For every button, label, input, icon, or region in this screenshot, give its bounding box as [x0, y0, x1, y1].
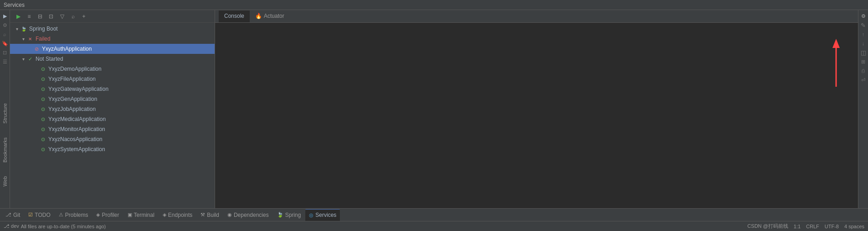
actuator-tab[interactable]: 🔥 Actuator: [250, 10, 290, 22]
status-git[interactable]: ⎇ dev: [4, 223, 19, 229]
problems-tab[interactable]: ⚠ Problems: [55, 209, 92, 221]
failed-chevron: [20, 36, 26, 42]
commit-sidebar-icon[interactable]: ⊡: [1, 48, 9, 57]
position-label[interactable]: 1:1: [794, 224, 801, 229]
wrap-icon[interactable]: ⏎: [859, 76, 868, 84]
print-icon[interactable]: ⎙: [859, 67, 868, 75]
failed-icon: ✕: [26, 35, 34, 42]
expand-right-icon[interactable]: ⊞: [859, 58, 868, 66]
csdn-label: CSDN @打码前线: [747, 223, 788, 230]
run-sidebar-icon[interactable]: ▶: [1, 12, 9, 20]
spring-tab[interactable]: 🍃 Spring: [273, 209, 305, 221]
todo-tab[interactable]: ☑ TODO: [25, 209, 54, 221]
utf-label[interactable]: UTF-8: [825, 224, 839, 229]
gen-app-icon: ⊙: [39, 95, 46, 103]
right-tabs-bar: Console 🔥 Actuator: [215, 10, 858, 23]
job-app-label: YxyzJobApplication: [48, 106, 96, 112]
services-tree[interactable]: 🍃 Spring Boot ✕ Failed ⊘ YxyzAuthApplica…: [10, 23, 215, 208]
services-toolbar: ▶ ≡ ⊟ ⊡ ▽ ⌕ +: [14, 12, 88, 21]
dependencies-tab[interactable]: ◉ Dependencies: [224, 209, 272, 221]
collapse-icon[interactable]: ◫: [859, 48, 868, 57]
move-up-icon[interactable]: ↑: [859, 30, 868, 38]
status-message: All files are up-to-date (5 minutes ago): [21, 224, 106, 229]
auth-app-item[interactable]: ⊘ YxyzAuthApplication: [10, 44, 215, 54]
system-app-label: YxyzSystemApplication: [48, 146, 105, 152]
failed-label: Failed: [36, 36, 51, 42]
monitor-app-label: YxyzMonitorApplication: [48, 126, 105, 132]
search-sidebar-icon[interactable]: ⌕: [1, 30, 9, 38]
services-header: ▶ ≡ ⊟ ⊡ ▽ ⌕ +: [10, 10, 215, 23]
console-tab-label: Console: [224, 13, 244, 19]
endpoints-tab-label: Endpoints: [168, 212, 192, 218]
crlf-label[interactable]: CRLF: [806, 224, 819, 229]
filter-button[interactable]: ▽: [57, 12, 67, 21]
svg-marker-1: [832, 39, 840, 48]
demo-app-item[interactable]: ⊙ YxyzDemoApplication: [10, 64, 215, 74]
gateway-app-icon: ⊙: [39, 85, 46, 93]
settings-sidebar-icon[interactable]: ⚙: [1, 21, 9, 29]
profiler-tab[interactable]: ◈ Profiler: [92, 209, 123, 221]
gear-settings-icon[interactable]: ⚙: [859, 12, 868, 20]
main-area: ▶ ⚙ ⌕ 🔖 ⊡ ☰ Structure Bookmarks Web ▶ ≡ …: [0, 10, 868, 208]
system-app-item[interactable]: ⊙ YxyzSystemApplication: [10, 144, 215, 154]
demo-app-icon: ⊙: [39, 65, 46, 73]
web-vertical-label[interactable]: Web: [2, 176, 8, 186]
gateway-app-item[interactable]: ⊙ YxyzGatewayApplication: [10, 84, 215, 94]
move-down-icon[interactable]: ↓: [859, 39, 868, 47]
bookmarks-vertical-label[interactable]: Bookmarks: [2, 137, 8, 163]
file-app-label: YxyzFileApplication: [48, 76, 96, 82]
indent-label[interactable]: 4 spaces: [844, 224, 864, 229]
structure-sidebar-icon[interactable]: ☰: [1, 58, 9, 66]
problems-tab-label: Problems: [65, 212, 88, 218]
expand-all-button[interactable]: ≡: [25, 12, 34, 21]
not-started-label: Not Started: [36, 56, 63, 62]
status-left: ⎇ dev All files are up-to-date (5 minute…: [4, 223, 106, 229]
title-bar: Services: [0, 0, 868, 10]
structure-vertical-label[interactable]: Structure: [2, 103, 8, 124]
problems-tab-icon: ⚠: [59, 212, 63, 218]
terminal-tab-icon: ▣: [128, 212, 132, 218]
not-started-icon: ✓: [26, 55, 34, 63]
nacos-app-item[interactable]: ⊙ YxyzNacosApplication: [10, 134, 215, 144]
gen-app-item[interactable]: ⊙ YxyzGenApplication: [10, 94, 215, 104]
right-content: [215, 23, 858, 208]
failed-group[interactable]: ✕ Failed: [10, 34, 215, 44]
profiler-tab-icon: ◈: [96, 212, 100, 218]
monitor-app-item[interactable]: ⊙ YxyzMonitorApplication: [10, 124, 215, 134]
build-tab-icon: ⚒: [200, 212, 205, 218]
job-app-icon: ⊙: [39, 105, 46, 113]
right-panel: Console 🔥 Actuator: [215, 10, 858, 208]
actuator-tab-label: Actuator: [264, 13, 284, 19]
status-right: CSDN @打码前线 1:1 CRLF UTF-8 4 spaces: [747, 223, 864, 230]
endpoints-tab[interactable]: ◈ Endpoints: [159, 209, 196, 221]
services-tab[interactable]: ◎ Services: [305, 209, 340, 221]
search-button[interactable]: ⌕: [68, 12, 77, 21]
medical-app-label: YxyzMedicalApplication: [48, 116, 106, 122]
left-sidebar: ▶ ⚙ ⌕ 🔖 ⊡ ☰ Structure Bookmarks Web: [0, 10, 10, 208]
spring-tab-icon: 🍃: [277, 212, 283, 218]
todo-tab-label: TODO: [35, 212, 50, 218]
collapse-all-button[interactable]: ⊟: [36, 12, 45, 21]
not-started-group[interactable]: ✓ Not Started: [10, 54, 215, 64]
edit-icon[interactable]: ✎: [859, 21, 868, 29]
demo-app-label: YxyzDemoApplication: [48, 66, 102, 72]
terminal-tab[interactable]: ▣ Terminal: [124, 209, 158, 221]
run-all-button[interactable]: ▶: [14, 12, 23, 21]
actuator-tab-icon: 🔥: [255, 13, 262, 19]
build-tab[interactable]: ⚒ Build: [197, 209, 223, 221]
group-by-button[interactable]: ⊡: [46, 12, 56, 21]
todo-tab-icon: ☑: [28, 212, 33, 218]
red-arrow-indicator: [818, 37, 845, 93]
bookmark-sidebar-icon[interactable]: 🔖: [1, 39, 9, 47]
spring-tab-label: Spring: [285, 212, 301, 218]
file-app-icon: ⊙: [39, 75, 46, 83]
add-service-button[interactable]: +: [79, 12, 88, 21]
dependencies-tab-label: Dependencies: [234, 212, 269, 218]
job-app-item[interactable]: ⊙ YxyzJobApplication: [10, 104, 215, 114]
git-tab[interactable]: ⎇ Git: [2, 209, 24, 221]
file-app-item[interactable]: ⊙ YxyzFileApplication: [10, 74, 215, 84]
spring-boot-root[interactable]: 🍃 Spring Boot: [10, 24, 215, 34]
gen-app-label: YxyzGenApplication: [48, 96, 97, 102]
console-tab[interactable]: Console: [219, 10, 250, 22]
medical-app-item[interactable]: ⊙ YxyzMedicalApplication: [10, 114, 215, 124]
